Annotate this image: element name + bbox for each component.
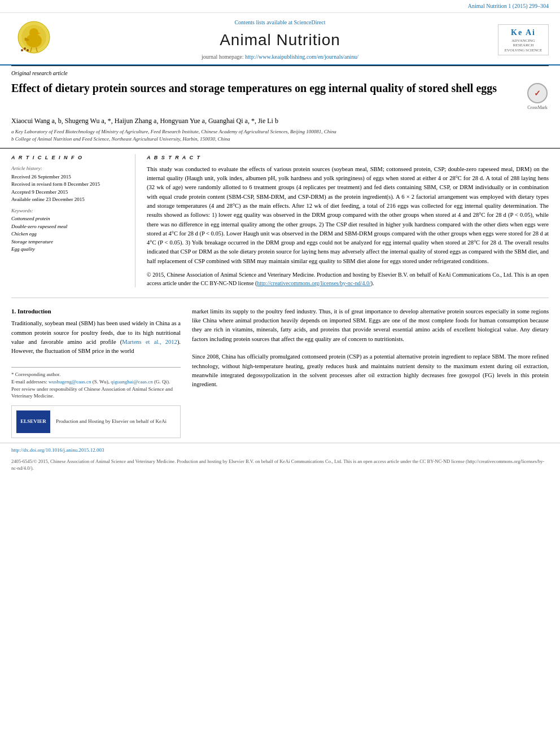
crossmark-label: CrossMark [526,104,549,111]
abstract-header: A B S T R A C T [147,154,549,161]
revised-date: Received in revised form 8 December 2015 [11,181,127,189]
intro-right-text-2: Since 2008, China has officially promulg… [192,352,549,389]
article-title: Effect of dietary protein sources and st… [11,81,515,95]
keyword-3: Chicken egg [11,230,127,238]
corresponding-note: * Corresponding author. [11,371,181,378]
keyword-2: Double-zero rapeseed meal [11,223,127,231]
homepage-label: journal homepage: [202,54,244,60]
contents-available: Contents lists available at ScienceDirec… [62,19,498,27]
history-label: Article history: [11,165,127,172]
authors-section: Xiaocui Wang a, b, Shugeng Wu a, *, Haij… [0,114,560,145]
journal-title-section: Contents lists available at ScienceDirec… [62,19,498,61]
journal-name: Animal Nutrition [62,29,498,51]
contents-label: Contents lists available at [234,19,292,25]
svg-point-7 [24,47,26,50]
journal-header: Contents lists available at ScienceDirec… [0,13,560,65]
keai-tagline: ADVANCING RESEARCHEVOLVING SCIENCE [502,38,545,53]
elsevier-production-text: Production and Hosting by Elsevier on be… [56,418,167,425]
svg-point-9 [21,49,23,51]
svg-text:✓: ✓ [534,89,541,98]
authors-list: Xiaocui Wang a, b, Shugeng Wu a, *, Haij… [11,116,549,126]
svg-point-3 [29,28,38,37]
journal-reference: Animal Nutrition 1 (2015) 299–304 [0,0,560,13]
keywords-group: Keywords: Cottonseed protein Double-zero… [11,207,127,254]
keai-name: Ke Ai [502,27,545,38]
homepage-line: journal homepage: http://www.keaipublish… [62,53,498,61]
affiliation-b: b College of Animal Nutrition and Feed S… [11,136,549,143]
accepted-date: Accepted 9 December 2015 [11,189,127,196]
email-wu[interactable]: wushugeng@caas.cn [49,379,91,385]
section-divider [11,298,549,298]
intro-left-text: Traditionally, soybean meal (SBM) has be… [11,319,181,356]
footnote-area: * Corresponding author. E-mail addresses… [11,367,181,399]
article-info-header: A R T I C L E I N F O [11,154,127,161]
article-history: Article history: Received 26 September 2… [11,165,127,204]
peer-review-note: Peer review under responsibility of Chin… [11,386,181,400]
svg-point-8 [27,49,29,51]
keywords-list: Cottonseed protein Double-zero rapeseed … [11,215,127,254]
email-note: E-mail addresses: wushugeng@caas.cn (S. … [11,378,181,386]
abstract-column: A B S T R A C T This study was conducted… [147,154,549,287]
copyright-text: © 2015, Chinese Association of Animal Sc… [147,270,549,287]
article-title-section: Effect of dietary protein sources and st… [0,78,560,114]
affiliations: a Key Laboratory of Feed Biotechnology o… [11,128,549,142]
article-info-abstract: A R T I C L E I N F O Article history: R… [0,148,560,293]
intro-heading: 1. Introduction [11,307,181,316]
elsevier-logo-text: ELSEVIER [20,418,46,425]
crossmark: ✓ CrossMark [526,83,549,111]
right-column: market limits its supply to the poultry … [192,307,549,438]
main-content: 1. Introduction Traditionally, soybean m… [0,303,560,443]
keyword-5: Egg quality [11,246,127,254]
intro-right-text: market limits its supply to the poultry … [192,307,549,344]
doi-link[interactable]: http://dx.doi.org/10.1016/j.aninu.2015.1… [11,447,104,453]
crossmark-circle: ✓ [527,83,548,103]
sciencedirect-link[interactable]: ScienceDirect [294,19,325,25]
authors-text: Xiaocui Wang a, b, Shugeng Wu a, *, Haij… [11,117,278,125]
email-qi[interactable]: qiguanghai@caas.cn [111,379,153,385]
issn-bar: 2405-6545/© 2015, Chinese Association of… [0,457,560,474]
online-date: Available online 23 December 2015 [11,196,127,204]
article-type: Original research article [0,66,560,78]
keyword-1: Cottonseed protein [11,215,127,223]
journal-logo [11,20,62,60]
left-column: 1. Introduction Traditionally, soybean m… [11,307,181,438]
abstract-text: This study was conducted to evaluate the… [147,165,549,266]
article-info-column: A R T I C L E I N F O Article history: R… [11,154,135,287]
keyword-4: Storage temperature [11,238,127,246]
martens-ref: Martens et al., 2012 [122,339,177,345]
affiliation-a: a Key Laboratory of Feed Biotechnology o… [11,128,549,136]
elsevier-logo: ELSEVIER [16,410,50,433]
elsevier-production-box: ELSEVIER Production and Hosting by Elsev… [11,405,181,438]
homepage-url[interactable]: http://www.keaipublishing.com/en/journal… [245,54,358,60]
keai-logo: Ke Ai ADVANCING RESEARCHEVOLVING SCIENCE [498,24,549,55]
keywords-label: Keywords: [11,207,127,215]
keai-logo-container: Ke Ai ADVANCING RESEARCHEVOLVING SCIENCE [498,24,549,55]
cc-license-link[interactable]: http://creativecommons.org/licenses/by-n… [257,280,370,286]
doi-bar: http://dx.doi.org/10.1016/j.aninu.2015.1… [0,443,560,457]
received-date: Received 26 September 2015 [11,173,127,181]
journal-ref-text: Animal Nutrition 1 (2015) 299–304 [468,3,549,9]
